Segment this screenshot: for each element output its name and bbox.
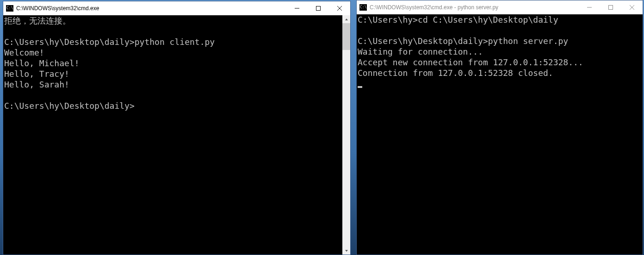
scroll-down-button[interactable] xyxy=(342,247,350,255)
window-controls xyxy=(286,1,350,15)
window-title: C:\WINDOWS\system32\cmd.exe - python ser… xyxy=(370,4,498,11)
close-button[interactable] xyxy=(329,1,350,15)
scroll-thumb[interactable] xyxy=(342,23,350,50)
terminal-output[interactable]: 拒绝，无法连接。 C:\Users\hy\Desktop\daily>pytho… xyxy=(3,15,350,255)
window-title: C:\WINDOWS\system32\cmd.exe xyxy=(16,5,99,12)
terminal-output[interactable]: C:\Users\hy>cd C:\Users\hy\Desktop\daily… xyxy=(357,14,643,255)
terminal-text: C:\Users\hy>cd C:\Users\hy\Desktop\daily… xyxy=(358,14,642,78)
svg-marker-4 xyxy=(345,19,348,20)
maximize-button[interactable] xyxy=(600,0,621,14)
terminal-text: 拒绝，无法连接。 C:\Users\hy\Desktop\daily>pytho… xyxy=(4,15,349,111)
cmd-icon: C:\ xyxy=(359,4,367,11)
scrollbar[interactable] xyxy=(342,15,350,255)
window-controls xyxy=(579,0,643,14)
titlebar[interactable]: C:\ C:\WINDOWS\system32\cmd.exe - python… xyxy=(357,0,643,14)
cmd-window-client: C:\ C:\WINDOWS\system32\cmd.exe 拒绝，无法连接。… xyxy=(3,1,351,255)
cmd-window-server: C:\ C:\WINDOWS\system32\cmd.exe - python… xyxy=(356,0,643,255)
close-button[interactable] xyxy=(621,0,643,14)
scroll-up-button[interactable] xyxy=(342,15,350,23)
svg-rect-7 xyxy=(609,6,613,10)
titlebar[interactable]: C:\ C:\WINDOWS\system32\cmd.exe xyxy=(3,1,350,15)
scroll-track[interactable] xyxy=(342,23,350,247)
svg-rect-1 xyxy=(316,6,321,11)
cmd-icon: C:\ xyxy=(6,5,13,12)
minimize-button[interactable] xyxy=(286,1,308,15)
maximize-button[interactable] xyxy=(308,1,329,15)
minimize-button[interactable] xyxy=(579,0,600,14)
cursor xyxy=(358,86,362,88)
svg-marker-5 xyxy=(345,250,348,252)
